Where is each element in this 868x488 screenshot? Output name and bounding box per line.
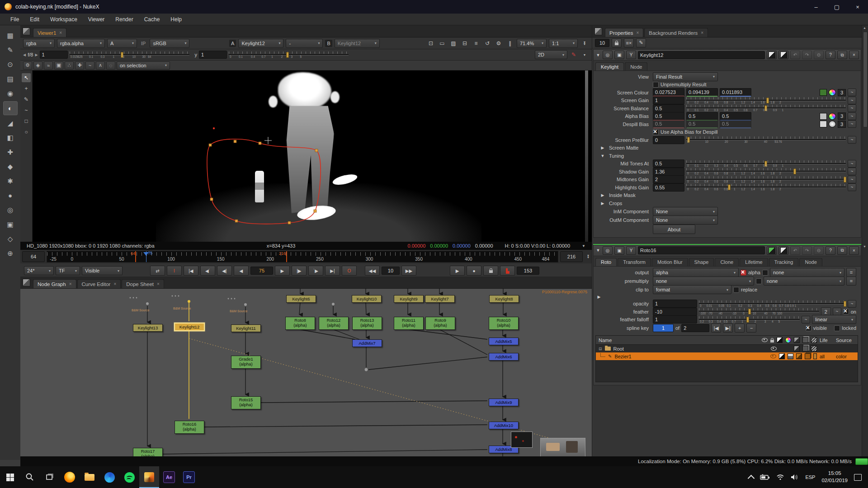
- end-frame-field[interactable]: 153: [517, 267, 539, 275]
- channel-mask-b-icon[interactable]: [778, 246, 788, 255]
- task-view-button[interactable]: [40, 466, 60, 488]
- tab-node[interactable]: Node: [625, 62, 647, 70]
- range-start-field[interactable]: 64: [22, 251, 45, 262]
- in-point-marker[interactable]: [135, 251, 136, 262]
- render-flag-button[interactable]: ▙: [500, 266, 515, 276]
- node-keylight9[interactable]: Keylight9: [394, 295, 424, 303]
- toolbar-3d-icon[interactable]: ◆: [4, 160, 17, 173]
- maximize-button[interactable]: ▢: [826, 0, 847, 14]
- search-button[interactable]: [20, 466, 40, 488]
- animation-curve-icon[interactable]: ~: [848, 300, 856, 308]
- tab-transform[interactable]: Transform: [618, 258, 651, 266]
- tree-expand-icon[interactable]: ⊟: [599, 347, 602, 351]
- screen-colour-g[interactable]: 0.094139: [686, 88, 718, 97]
- midtones-gain-field[interactable]: 2: [653, 175, 684, 183]
- node-roto16[interactable]: Roto16(alpha): [175, 421, 204, 434]
- opacity-slider[interactable]: 0 0.01 0.05 0.1 0.2 0.3 0.4 0.5 0.6 0.7 …: [699, 300, 846, 308]
- visible-checkbox[interactable]: [806, 325, 811, 331]
- blend-toggle[interactable]: [796, 353, 802, 359]
- equals-button[interactable]: =: [846, 268, 856, 277]
- node-keylight8[interactable]: Keylight8: [489, 295, 519, 303]
- roto-select-tool-icon[interactable]: ↖: [22, 73, 31, 82]
- help-icon[interactable]: ?: [826, 246, 835, 255]
- out-point-marker[interactable]: [286, 251, 287, 262]
- premult-mask-dropdown[interactable]: none▾: [764, 277, 844, 286]
- menu-cache[interactable]: Cache: [139, 14, 165, 24]
- node-keylight6[interactable]: Keylight6: [286, 295, 316, 303]
- wrench-icon[interactable]: Y: [626, 51, 636, 59]
- despill-bias-swatch[interactable]: [820, 121, 827, 127]
- play-forward-button[interactable]: ▶: [275, 266, 290, 276]
- lock-panels-icon[interactable]: [612, 38, 622, 47]
- node-keylight10[interactable]: Keylight10: [352, 295, 382, 303]
- premultiply-dropdown[interactable]: none▾: [653, 277, 754, 286]
- animation-curve-icon[interactable]: ~: [848, 183, 856, 191]
- screen-balance-field[interactable]: 0.5: [653, 104, 684, 113]
- screen-colour-b[interactable]: 0.011893: [720, 88, 751, 97]
- animation-curve-icon[interactable]: ~: [848, 97, 856, 104]
- unpremultiply-checkbox[interactable]: [653, 82, 659, 88]
- toolbar-toolsets-icon[interactable]: ◇: [4, 232, 17, 245]
- a-input-dropdown[interactable]: Keylight12▾: [238, 39, 283, 48]
- roto-label-icon[interactable]: ▣: [54, 61, 63, 70]
- taskbar-spotify-icon[interactable]: [119, 466, 139, 488]
- gain-input[interactable]: 1: [40, 51, 68, 59]
- alpha-bias-r[interactable]: 0.5: [653, 112, 684, 121]
- frame-step-field[interactable]: 10: [382, 267, 400, 275]
- screen-matte-group[interactable]: Screen Matte: [609, 145, 638, 150]
- next-frame-button[interactable]: |▶: [292, 266, 307, 276]
- roto-autokey-icon[interactable]: ◈: [33, 61, 42, 70]
- animation-curve-icon[interactable]: ~: [848, 160, 856, 168]
- timeline-ruler[interactable]: -25 0 50 100 150 200 250 300 350 400 450…: [47, 251, 558, 263]
- node-keylight11[interactable]: Keylight11: [231, 324, 261, 332]
- tab-motion-blur[interactable]: Motion Blur: [652, 258, 688, 266]
- menu-viewer[interactable]: Viewer: [83, 14, 109, 24]
- on-selection-dropdown[interactable]: on selection▾: [117, 61, 170, 70]
- tab-lifetime[interactable]: Lifetime: [740, 258, 768, 266]
- matte-toggle[interactable]: [779, 353, 785, 359]
- node-roto11[interactable]: Roto11(alpha): [394, 317, 424, 330]
- timeline-chevrons-icon[interactable]: ▾▾: [587, 255, 589, 258]
- fps-dropdown[interactable]: 24*▾: [24, 266, 54, 275]
- gamma-slider[interactable]: 0 0.1 0.4 0.7 1 2 3 5: [229, 51, 349, 59]
- annotate-pencil-icon[interactable]: ✎: [569, 51, 578, 59]
- inm-component-dropdown[interactable]: None▾: [653, 207, 718, 216]
- node-graph-canvas[interactable]: B&M Source B&M Source B&M Source P100011…: [20, 289, 592, 457]
- animation-curve-icon[interactable]: ~: [833, 308, 841, 315]
- fstop-next-icon[interactable]: ▶: [35, 53, 38, 57]
- menu-workspace[interactable]: Workspace: [45, 14, 82, 24]
- node-addmix6[interactable]: AddMix6: [489, 353, 519, 361]
- start-button[interactable]: [0, 466, 20, 488]
- node-addmix5[interactable]: AddMix5: [489, 338, 519, 345]
- channel-mask-a-icon[interactable]: [767, 246, 777, 255]
- max-panels-field[interactable]: 10: [595, 39, 609, 47]
- equals-button[interactable]: =: [846, 277, 856, 286]
- ab-dropdown[interactable]: A▾: [107, 39, 137, 48]
- toolbar-transform-icon[interactable]: ✚: [4, 145, 17, 159]
- info-expand-icon[interactable]: ▼: [582, 244, 585, 248]
- close-button[interactable]: ×: [847, 0, 868, 14]
- falloff-type-dropdown[interactable]: linear▾: [812, 315, 856, 324]
- roto-transform-icon[interactable]: ✚: [75, 61, 84, 70]
- taskbar-firefox-icon[interactable]: [60, 466, 80, 488]
- highlights-gain-field[interactable]: 0.55: [653, 183, 684, 192]
- pane-menu-icon[interactable]: [23, 279, 30, 286]
- close-all-panels-icon[interactable]: ≡×: [624, 38, 634, 47]
- wrench-icon[interactable]: Y: [626, 246, 636, 255]
- despill-bias-r[interactable]: 0.5: [653, 120, 684, 128]
- pause-icon[interactable]: ∥: [505, 39, 514, 47]
- tab-close-icon[interactable]: ×: [69, 282, 72, 286]
- clock[interactable]: 15:05 02/01/2019: [821, 470, 848, 484]
- node-addmix9[interactable]: AddMix9: [489, 399, 519, 406]
- play-backward-button[interactable]: ◀: [234, 266, 249, 276]
- close-panel-icon[interactable]: ×: [849, 51, 859, 59]
- screen-gain-field[interactable]: 1: [653, 96, 684, 104]
- tab-close-icon[interactable]: ×: [701, 30, 703, 35]
- fstop-prev-icon[interactable]: ◀: [23, 53, 26, 57]
- animation-curve-icon[interactable]: ~: [848, 89, 856, 96]
- float-panel-icon[interactable]: ⧉: [837, 51, 847, 59]
- output-mask-dropdown[interactable]: none▾: [770, 268, 844, 277]
- scrollbar-thumb[interactable]: [863, 32, 868, 127]
- feather-field[interactable]: -10: [653, 308, 697, 316]
- tab-viewer1[interactable]: Viewer1 ×: [33, 28, 66, 37]
